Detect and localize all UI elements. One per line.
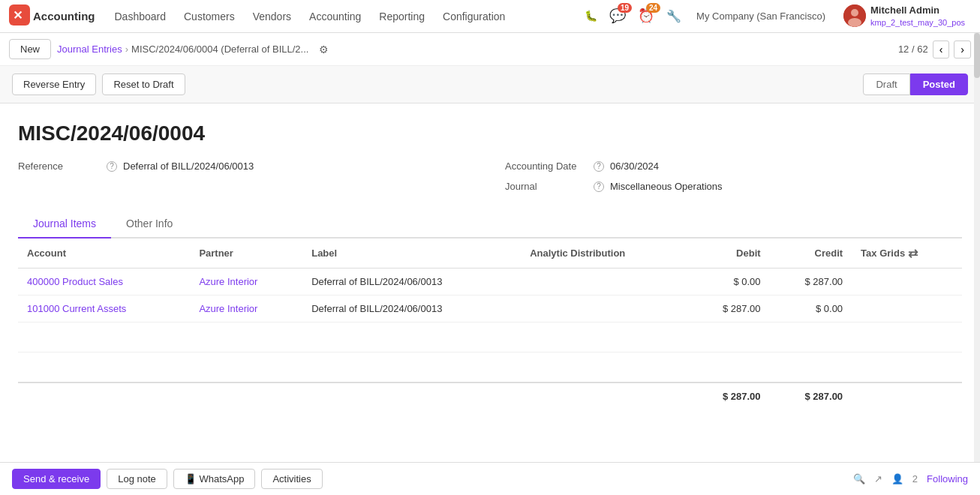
table-total-row: $ 287.00 $ 287.00 — [18, 382, 962, 410]
table-row-empty2 — [18, 352, 962, 382]
row1-debit: $ 0.00 — [687, 268, 770, 296]
reverse-entry-button[interactable]: Reverse Entry — [12, 74, 96, 95]
status-buttons: Draft Posted — [863, 74, 968, 95]
breadcrumb-current: MISC/2024/06/0004 (Deferral of BILL/2... — [131, 44, 308, 55]
svg-point-3 — [851, 9, 858, 16]
wrench-icon-btn[interactable]: 🔧 — [663, 6, 684, 26]
reference-field-row: Reference ? Deferral of BILL/2024/06/001… — [18, 160, 475, 172]
reference-help-icon[interactable]: ? — [107, 161, 117, 172]
reset-to-draft-button[interactable]: Reset to Draft — [102, 74, 185, 95]
user-info: Mitchell Admin kmp_2_test_may_30_pos — [870, 4, 965, 29]
bug-icon-btn[interactable]: 🐛 — [582, 7, 600, 25]
bug-icon: 🐛 — [585, 10, 597, 22]
row2-analytic — [521, 296, 687, 322]
journal-table: Account Partner Label Analytic Distribut… — [18, 238, 962, 410]
nav-configuration[interactable]: Configuration — [435, 8, 513, 26]
col-tax-grids: Tax Grids ⇄ — [852, 238, 962, 268]
breadcrumb-separator: › — [125, 44, 128, 55]
col-partner: Partner — [190, 238, 302, 268]
scrollbar-track[interactable] — [974, 33, 980, 410]
user-menu[interactable]: Mitchell Admin kmp_2_test_may_30_pos — [837, 1, 971, 32]
svg-text:✕: ✕ — [13, 9, 23, 22]
top-navigation: ✕ Accounting Dashboard Customers Vendors… — [0, 0, 980, 33]
row1-credit: $ 287.00 — [770, 268, 852, 296]
settings-gear-button[interactable]: ⚙ — [314, 42, 333, 57]
pagination-next-button[interactable]: › — [954, 40, 971, 58]
user-name: Mitchell Admin — [870, 4, 965, 17]
accounting-date-field-row: Accounting Date ? 06/30/2024 — [505, 160, 962, 172]
row2-debit: $ 287.00 — [687, 296, 770, 322]
journal-value[interactable]: Miscellaneous Operations — [610, 181, 723, 192]
status-posted-button[interactable]: Posted — [910, 74, 968, 95]
adjust-columns-icon[interactable]: ⇄ — [908, 246, 918, 260]
breadcrumb: Journal Entries › MISC/2024/06/0004 (Def… — [57, 44, 308, 55]
nav-accounting[interactable]: Accounting — [302, 8, 368, 26]
messages-badge: 19 — [618, 3, 632, 13]
total-credit: $ 287.00 — [770, 382, 852, 410]
pagination: 12 / 62 ‹ › — [898, 40, 971, 58]
breadcrumb-parent[interactable]: Journal Entries — [57, 44, 122, 55]
tab-journal-items[interactable]: Journal Items — [18, 210, 111, 238]
row1-partner[interactable]: Azure Interior — [190, 268, 302, 296]
row2-partner[interactable]: Azure Interior — [190, 296, 302, 322]
col-analytic: Analytic Distribution — [521, 238, 687, 268]
journal-help-icon[interactable]: ? — [594, 182, 604, 192]
row2-account[interactable]: 101000 Current Assets — [18, 296, 190, 322]
table-header-row: Account Partner Label Analytic Distribut… — [18, 238, 962, 268]
row1-label: Deferral of BILL/2024/06/0013 — [302, 268, 521, 296]
pagination-label: 12 / 62 — [898, 44, 928, 55]
row1-tax-grids — [852, 268, 962, 296]
new-button[interactable]: New — [9, 39, 51, 59]
company-name[interactable]: My Company (San Francisco) — [690, 10, 831, 22]
col-label: Label — [302, 238, 521, 268]
action-bar: Reverse Entry Reset to Draft Draft Poste… — [0, 66, 980, 104]
row2-tax-grids — [852, 296, 962, 322]
row1-analytic — [521, 268, 687, 296]
journal-field-row: Journal ? Miscellaneous Operations — [505, 181, 962, 192]
row2-credit: $ 0.00 — [770, 296, 852, 322]
accounting-date-help-icon[interactable]: ? — [594, 161, 604, 172]
wrench-icon: 🔧 — [666, 9, 681, 23]
row2-label: Deferral of BILL/2024/06/0013 — [302, 296, 521, 322]
nav-reporting[interactable]: Reporting — [371, 8, 432, 26]
accounting-date-label: Accounting Date — [505, 160, 588, 172]
user-avatar — [843, 4, 866, 27]
messages-icon-btn[interactable]: 💬 19 — [606, 4, 629, 27]
total-label-cell — [18, 382, 687, 410]
col-account: Account — [18, 238, 190, 268]
form-fields: Reference ? Deferral of BILL/2024/06/001… — [18, 160, 962, 192]
reference-label: Reference — [18, 160, 101, 172]
user-db: kmp_2_test_may_30_pos — [870, 17, 965, 28]
col-debit: Debit — [687, 238, 770, 268]
row1-account[interactable]: 400000 Product Sales — [18, 268, 190, 296]
pagination-prev-button[interactable]: ‹ — [933, 40, 950, 58]
app-name[interactable]: Accounting — [33, 10, 95, 22]
nav-customers[interactable]: Customers — [176, 8, 242, 26]
main-content: MISC/2024/06/0004 Reference ? Deferral o… — [0, 104, 980, 410]
svg-point-4 — [848, 18, 861, 27]
total-debit: $ 287.00 — [687, 382, 770, 410]
reference-value[interactable]: Deferral of BILL/2024/06/0013 — [123, 160, 254, 172]
scrollbar-thumb[interactable] — [974, 33, 980, 78]
tab-other-info[interactable]: Other Info — [111, 210, 188, 238]
total-tax-grids — [852, 382, 962, 410]
table-row: 101000 Current Assets Azure Interior Def… — [18, 296, 962, 322]
tabs: Journal Items Other Info — [18, 210, 962, 238]
app-logo[interactable]: ✕ — [9, 4, 30, 28]
table-row-empty — [18, 322, 962, 352]
col-credit: Credit — [770, 238, 852, 268]
nav-vendors[interactable]: Vendors — [245, 8, 299, 26]
status-draft-button[interactable]: Draft — [863, 74, 909, 95]
accounting-date-value[interactable]: 06/30/2024 — [610, 160, 659, 172]
clock-badge: 24 — [646, 3, 660, 13]
clock-icon-btn[interactable]: ⏰ 24 — [635, 4, 657, 27]
form-title: MISC/2024/06/0004 — [18, 122, 962, 146]
journal-label: Journal — [505, 181, 588, 192]
nav-dashboard[interactable]: Dashboard — [107, 8, 174, 26]
sub-header: New Journal Entries › MISC/2024/06/0004 … — [0, 33, 980, 66]
table-row: 400000 Product Sales Azure Interior Defe… — [18, 268, 962, 296]
